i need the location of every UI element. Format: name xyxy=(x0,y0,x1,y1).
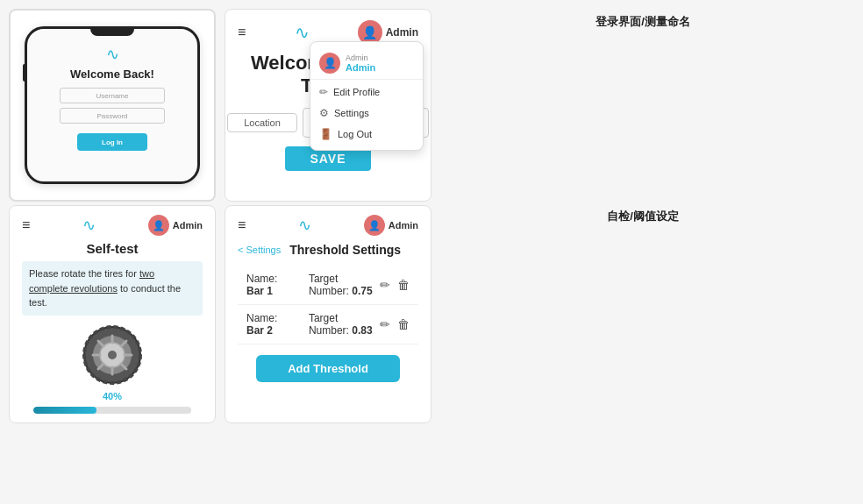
dropdown-logout[interactable]: 🚪 Log Out xyxy=(310,124,423,145)
location-label: Location xyxy=(244,117,281,128)
dropdown-avatar: 👤 xyxy=(319,53,340,74)
threshold-row-1-target: Target Number: 0.75 xyxy=(309,273,380,297)
progress-bar-fill xyxy=(33,407,96,414)
threshold-row-2-target: Target Number: 0.83 xyxy=(309,312,380,337)
self-test-panel: ≡ ∿ 👤 Admin Self-test Please rotate the … xyxy=(9,205,216,423)
self-test-logo-icon: ∿ xyxy=(82,216,96,235)
dropdown-settings[interactable]: ⚙ Settings xyxy=(310,103,423,124)
phone-side-button xyxy=(23,64,26,82)
threshold-admin-area: 👤 Admin xyxy=(364,215,418,236)
dropdown-settings-label: Settings xyxy=(334,108,369,118)
threshold-row-2-info: Name: Bar 2 Target Number: 0.83 xyxy=(246,312,380,337)
self-test-title: Self-test xyxy=(22,241,203,256)
threshold-row-2-name: Name: Bar 2 xyxy=(246,312,291,337)
dropdown-menu: 👤 Admin Admin ✏ Edit Profile ⚙ Settings … xyxy=(310,41,424,151)
threshold-row-1-info: Name: Bar 1 Target Number: 0.75 xyxy=(246,273,380,297)
progress-bar-container xyxy=(33,407,191,414)
phone-username-placeholder: Username xyxy=(96,92,129,100)
threshold-row-2-actions: ✏ 🗑 xyxy=(380,317,410,331)
wheel-icon xyxy=(82,324,143,386)
dropdown-user-info: Admin Admin xyxy=(346,53,375,73)
back-to-settings-link[interactable]: < Settings xyxy=(238,245,281,255)
svg-point-3 xyxy=(108,351,117,359)
dashboard-panel: ≡ ∿ 👤 Admin 👤 Admin Admin ✏ xyxy=(225,9,432,202)
self-test-admin-area: 👤 Admin xyxy=(148,215,203,236)
threshold-row-2: Name: Bar 2 Target Number: 0.83 ✏ 🗑 xyxy=(238,305,418,344)
dropdown-edit-profile[interactable]: ✏ Edit Profile xyxy=(310,82,423,103)
threshold-panel: ≡ ∿ 👤 Admin < Settings Threshold Setting… xyxy=(225,205,432,423)
threshold-row-1: Name: Bar 1 Target Number: 0.75 ✏ 🗑 xyxy=(238,266,418,305)
threshold-header: ≡ ∿ 👤 Admin xyxy=(238,215,418,236)
self-test-hamburger-icon[interactable]: ≡ xyxy=(22,217,30,233)
edit-profile-icon: ✏ xyxy=(319,86,328,98)
hamburger-icon[interactable]: ≡ xyxy=(238,25,246,40)
top-caption: 登录界面/测量命名 xyxy=(432,9,854,205)
threshold-admin-avatar: 👤 xyxy=(364,215,385,236)
phone-notch xyxy=(90,29,134,36)
self-test-desc-pre: Please rotate the tires for xyxy=(29,268,139,279)
self-test-admin-avatar: 👤 xyxy=(148,215,169,236)
dropdown-user-name: Admin xyxy=(346,62,375,73)
delete-row-1-icon[interactable]: 🗑 xyxy=(397,278,410,292)
threshold-hamburger-icon[interactable]: ≡ xyxy=(238,217,246,233)
phone-welcome-title: Welcome Back! xyxy=(70,67,154,81)
wheel-container: 40% xyxy=(22,324,203,414)
self-test-description: Please rotate the tires for two complete… xyxy=(22,261,203,316)
threshold-admin-label: Admin xyxy=(389,220,418,231)
phone-device: ∿ Welcome Back! Username Password Log In xyxy=(25,26,200,184)
threshold-settings-title: Threshold Settings xyxy=(289,243,401,257)
bottom-caption: 自检/阈值设定 xyxy=(432,205,854,427)
phone-login-label: Log In xyxy=(102,138,123,146)
phone-logo-icon: ∿ xyxy=(106,45,119,64)
dropdown-user-role: Admin xyxy=(346,53,375,62)
dropdown-edit-profile-label: Edit Profile xyxy=(333,87,380,97)
threshold-title-area: ≡ xyxy=(238,217,246,233)
dropdown-header: 👤 Admin Admin xyxy=(310,47,423,80)
edit-row-1-icon[interactable]: ✏ xyxy=(380,278,390,292)
threshold-row-1-actions: ✏ 🗑 xyxy=(380,278,410,292)
phone-password-placeholder: Password xyxy=(96,112,127,120)
delete-row-2-icon[interactable]: 🗑 xyxy=(397,317,410,331)
progress-percent-label: 40% xyxy=(103,391,122,401)
self-test-header: ≡ ∿ 👤 Admin xyxy=(22,215,203,236)
self-test-admin-label: Admin xyxy=(173,220,203,231)
phone-mockup-panel: ∿ Welcome Back! Username Password Log In xyxy=(9,9,216,202)
dashboard-logo-icon: ∿ xyxy=(295,22,310,43)
edit-row-2-icon[interactable]: ✏ xyxy=(380,317,390,331)
phone-login-button[interactable]: Log In xyxy=(77,133,147,151)
logout-icon: 🚪 xyxy=(319,128,332,140)
admin-name-text: Admin xyxy=(386,26,418,39)
settings-icon: ⚙ xyxy=(319,107,329,119)
add-threshold-button[interactable]: Add Threshold xyxy=(256,355,401,382)
threshold-logo-icon: ∿ xyxy=(298,216,311,235)
phone-username-input[interactable]: Username xyxy=(60,88,165,103)
threshold-row-1-name: Name: Bar 1 xyxy=(246,273,291,297)
location-field[interactable]: Location xyxy=(227,113,297,132)
dropdown-logout-label: Log Out xyxy=(338,129,372,139)
phone-password-input[interactable]: Password xyxy=(60,108,165,124)
